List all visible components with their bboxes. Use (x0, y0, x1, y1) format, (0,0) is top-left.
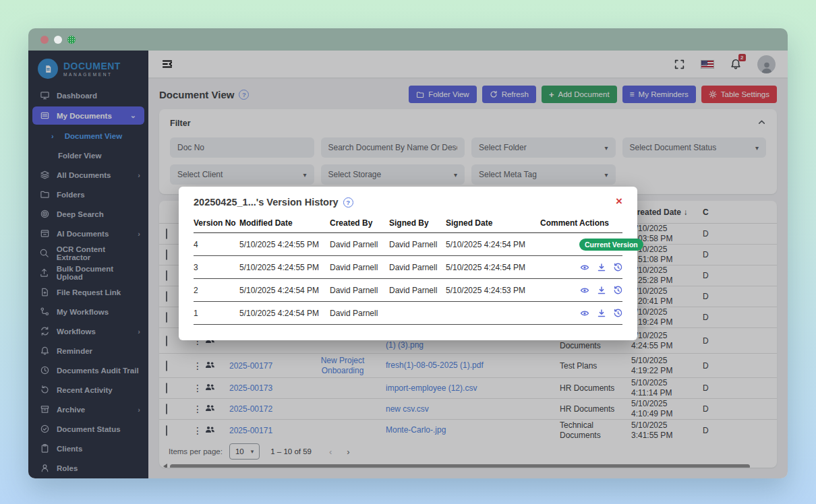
current-version-badge: Current Version (579, 239, 643, 251)
maximize-window-dot[interactable] (67, 36, 76, 44)
version-row: 4 5/10/2025 4:24:55 PM David Parnell Dav… (194, 233, 622, 256)
download-icon[interactable] (597, 309, 606, 318)
window-titlebar (28, 28, 788, 51)
version-history-modal: 20250425_1...'s Version History ? × Vers… (179, 187, 637, 340)
restore-version-icon[interactable] (613, 263, 623, 272)
restore-version-icon[interactable] (613, 286, 623, 295)
minimize-window-dot[interactable] (54, 36, 62, 44)
version-row: 1 5/10/2025 4:24:54 PM David Parnell (194, 302, 622, 325)
help-icon[interactable]: ? (343, 197, 353, 208)
close-icon[interactable]: × (616, 195, 622, 207)
view-eye-icon[interactable] (579, 309, 590, 318)
view-eye-icon[interactable] (579, 263, 590, 272)
app-window: DOCUMENT MANAGEMENT Dashboard My Documen… (28, 28, 788, 478)
version-row: 2 5/10/2025 4:24:54 PM David Parnell Dav… (194, 279, 622, 302)
restore-version-icon[interactable] (613, 309, 623, 318)
modal-title: 20250425_1...'s Version History (194, 197, 339, 208)
download-icon[interactable] (597, 286, 606, 295)
view-eye-icon[interactable] (579, 286, 590, 295)
close-window-dot[interactable] (40, 36, 49, 44)
version-table-header: Version No Modified Date Created By Sign… (194, 213, 622, 233)
download-icon[interactable] (597, 263, 606, 272)
version-row: 3 5/10/2025 4:24:55 PM David Parnell Dav… (194, 256, 622, 279)
